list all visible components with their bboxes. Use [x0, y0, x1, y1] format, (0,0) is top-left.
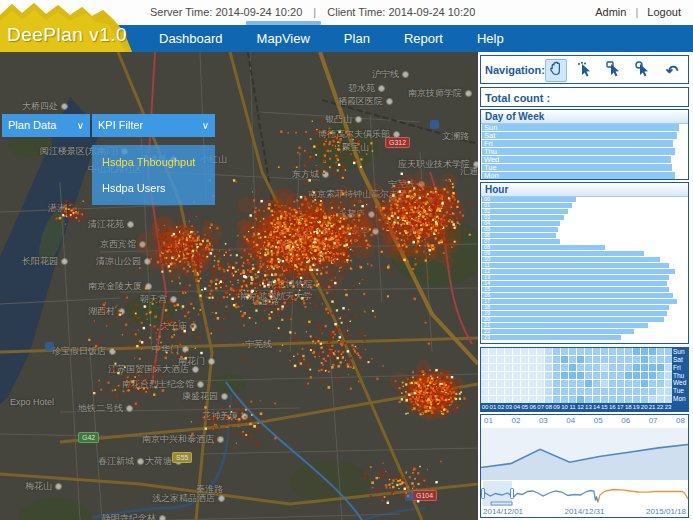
heatmap-col-label: 12	[577, 403, 585, 411]
heatmap-cell	[593, 396, 600, 403]
heatmap-cell	[521, 348, 528, 355]
heatmap-cell	[577, 380, 584, 387]
heatmap-cell	[601, 380, 608, 387]
bar-row-10: 10	[482, 257, 687, 262]
heatmap-cell	[569, 388, 576, 395]
heatmap-cell	[521, 380, 528, 387]
tab-help[interactable]: Help	[460, 25, 521, 52]
heatmap-cell	[497, 396, 504, 403]
heatmap-cell	[649, 348, 656, 355]
bar	[482, 311, 667, 316]
heatmap-cell	[553, 348, 560, 355]
heatmap-cell	[529, 372, 536, 379]
heatmap-cell	[545, 348, 552, 355]
bar	[482, 335, 621, 340]
heatmap-cell	[529, 356, 536, 363]
brush-handle-left[interactable]	[482, 489, 485, 499]
heatmap-cell	[641, 380, 648, 387]
heatmap-cell	[665, 380, 672, 387]
account-divider: |	[635, 6, 638, 18]
admin-link[interactable]: Admin	[595, 6, 626, 18]
heatmap-cell	[529, 380, 536, 387]
brush-handle-right[interactable]	[511, 489, 514, 499]
bar	[482, 281, 667, 286]
heatmap-col-label: 01	[489, 403, 497, 411]
tab-dashboard[interactable]: Dashboard	[142, 25, 240, 52]
bar	[482, 233, 556, 238]
heatmap-cell	[649, 356, 656, 363]
heatmap-col-label: 23	[664, 403, 672, 411]
circle-select-tool[interactable]	[632, 59, 654, 82]
heatmap-row-label: Thu	[673, 372, 689, 380]
heatmap-cell	[657, 364, 664, 371]
tab-mapview[interactable]: MapView	[240, 25, 327, 52]
timeline-panel: 0102030405060708 2014/12/012014/12/31201…	[480, 414, 689, 518]
client-time-value: 2014-09-24 10:20	[388, 6, 475, 18]
heatmap-cell	[497, 380, 504, 387]
heatmap-cell	[657, 348, 664, 355]
heatmap-col-label: 11	[569, 403, 577, 411]
heatmap-cell	[657, 380, 664, 387]
tab-report[interactable]: Report	[387, 25, 460, 52]
heatmap-cell	[489, 396, 496, 403]
tab-plan[interactable]: Plan	[327, 25, 387, 52]
heatmap-cell	[513, 380, 520, 387]
kpi-option-hsdpa-users[interactable]: Hsdpa Users	[92, 175, 215, 201]
bar-row-11: 11	[482, 263, 687, 268]
heatmap-cell	[529, 396, 536, 403]
heatmap-cell	[537, 380, 544, 387]
heatmap-column-labels: 0001020304050607080910111213141516171819…	[481, 403, 672, 411]
bar-row-00: 00	[482, 197, 687, 202]
undo-tool[interactable]: ↶	[661, 59, 683, 82]
heatmap-cell	[561, 356, 568, 363]
bar-row-fri: Fri	[482, 140, 687, 147]
heatmap-cell	[537, 396, 544, 403]
heatmap-cell	[609, 364, 616, 371]
heatmap-cell	[601, 396, 608, 403]
brush-scrollbar[interactable]	[491, 502, 512, 505]
bar	[482, 257, 660, 262]
bar	[482, 305, 669, 310]
heatmap-cell	[537, 388, 544, 395]
cursor-icon	[577, 61, 593, 81]
pointer-tool[interactable]	[574, 59, 596, 82]
kpi-filter-dropdown[interactable]: KPI Filter ∨	[92, 114, 215, 137]
map-viewport[interactable]: 大桥四处阅江楼景区(东南门)津浦线小红山中山北路社区潜洲清江花苑京西宾馆清凉山公…	[0, 52, 478, 520]
bar	[482, 209, 568, 214]
heatmap-cell	[665, 364, 672, 371]
heatmap-cell	[545, 380, 552, 387]
week-hour-heatmap-panel: 0001020304050607080910111213141516171819…	[480, 347, 689, 412]
heatmap-cell	[545, 396, 552, 403]
hour-panel: Hour 00010203040506070809101112131415161…	[480, 182, 689, 344]
heatmap-cell	[665, 388, 672, 395]
heatmap-grid	[481, 348, 672, 403]
heatmap-col-label: 13	[584, 403, 592, 411]
rect-select-tool[interactable]	[603, 59, 625, 82]
heatmap-col-label: 21	[648, 403, 656, 411]
heatmap-col-label: 15	[600, 403, 608, 411]
heatmap-cell	[617, 372, 624, 379]
heatmap-cell	[649, 372, 656, 379]
bar-label: Mon	[484, 172, 499, 180]
trend-area-chart	[481, 428, 688, 480]
brush-range-chart[interactable]	[481, 481, 688, 506]
pan-hand-tool[interactable]	[545, 59, 567, 82]
active-tab-indicator	[246, 21, 321, 25]
bar	[482, 287, 669, 292]
heatmap-cell	[641, 364, 648, 371]
heatmap-cell	[625, 372, 632, 379]
navigation-tools-panel: Navigation: ↶↷	[480, 55, 689, 84]
undo-icon: ↶	[666, 63, 679, 78]
time-divider: |	[313, 6, 316, 18]
plan-data-dropdown[interactable]: Plan Data ∨	[2, 114, 90, 137]
kpi-option-hsdpa-thboughput[interactable]: Hsdpa Thboughput	[92, 149, 215, 175]
trend-x-label: 04	[566, 416, 575, 427]
bar-row-13: 13	[482, 275, 687, 280]
heatmap-col-label: 10	[561, 403, 569, 411]
logout-link[interactable]: Logout	[647, 6, 681, 18]
heatmap-cell	[569, 348, 576, 355]
heatmap-cell	[649, 388, 656, 395]
bar-row-02: 02	[482, 209, 687, 214]
heatmap-cell	[513, 372, 520, 379]
heatmap-cell	[481, 380, 488, 387]
